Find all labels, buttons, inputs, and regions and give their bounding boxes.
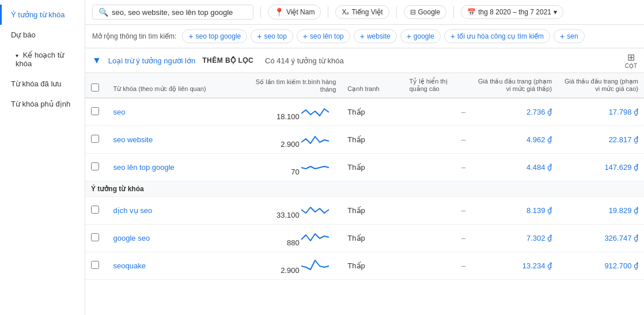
- keyword-link[interactable]: seo lên top google: [113, 163, 175, 172]
- th-bid-high[interactable]: Giá thầu đầu trang (phạm vi mức giá cao): [558, 73, 644, 98]
- keyword-link[interactable]: dịch vụ seo: [113, 206, 153, 215]
- calendar-icon: 📅: [467, 8, 476, 16]
- competition-value: Thấp: [347, 261, 365, 270]
- keyword-table-wrap: Từ khóa (theo mức độ liên quan) Số lần t…: [85, 73, 644, 315]
- searches-cell: 880: [243, 225, 342, 252]
- date-filter[interactable]: 📅 thg 8 2020 – thg 7 2021 ▾: [461, 5, 563, 19]
- network-filter[interactable]: ⊟ Google: [404, 5, 447, 19]
- bid-high-link[interactable]: 147.629 ₫: [604, 163, 638, 172]
- bid-high-cell: 912.700 ₫: [558, 252, 644, 280]
- row-checkbox[interactable]: [91, 233, 99, 241]
- impression-cell: –: [403, 225, 471, 252]
- impression-cell: –: [403, 154, 471, 181]
- exclude-adult-button[interactable]: Loại trừ ý tưởng người lớn: [108, 56, 195, 65]
- search-icon: 🔍: [99, 7, 108, 17]
- filter-tags-label: Mở rộng thông tin tìm kiếm:: [92, 32, 176, 40]
- row-checkbox[interactable]: [91, 261, 99, 269]
- competition-cell: Thấp: [342, 98, 403, 126]
- bid-high-link[interactable]: 19.829 ₫: [609, 206, 638, 215]
- network-label: Google: [418, 8, 441, 16]
- impression-cell: –: [403, 98, 471, 126]
- th-checkbox: [85, 73, 108, 98]
- impression-value: –: [461, 108, 465, 116]
- columns-icon: ⊞: [627, 52, 635, 63]
- plus-icon: +: [303, 32, 308, 41]
- filter-tag-5[interactable]: + tối ưu hóa công cụ tìm kiếm: [444, 29, 550, 43]
- table-row: google seo 880 Thấp – 7.302 ₫ 326.747 ₫: [85, 225, 644, 252]
- keyword-link[interactable]: google seo: [113, 234, 150, 242]
- impression-value: –: [461, 206, 465, 215]
- col-label: CỘT: [625, 63, 637, 69]
- column-control[interactable]: ⊞ CỘT: [625, 52, 637, 69]
- table-header-row: Từ khóa (theo mức độ liên quan) Số lần t…: [85, 73, 644, 98]
- bid-low-cell: 8.139 ₫: [471, 197, 558, 225]
- filter-tag-4[interactable]: + google: [400, 29, 441, 43]
- bid-low-link[interactable]: 7.302 ₫: [526, 234, 552, 242]
- keyword-link[interactable]: seo website: [113, 135, 153, 144]
- competition-value: Thấp: [347, 135, 365, 144]
- filter-tag-2[interactable]: + seo lên top: [297, 29, 350, 43]
- search-bar: 🔍 seo, seo website, seo lên top google 📍…: [85, 0, 644, 25]
- bid-high-cell: 17.798 ₫: [558, 98, 644, 126]
- keyword-link[interactable]: seoquake: [113, 261, 146, 270]
- th-bid-low[interactable]: Giá thầu đầu trang (phạm vi mức giá thấp…: [471, 73, 558, 98]
- competition-value: Thấp: [347, 108, 365, 116]
- add-filter-button[interactable]: THÊM BỘ LỌC: [202, 56, 253, 64]
- bid-low-link[interactable]: 13.234 ₫: [522, 261, 552, 270]
- row-checkbox[interactable]: [91, 162, 99, 170]
- impression-value: –: [461, 163, 465, 172]
- sidebar-item-label: Kế hoạch từ khóa: [16, 51, 64, 68]
- competition-cell: Thấp: [342, 154, 403, 181]
- th-searches[interactable]: Số lần tìm kiếm tr.bình hàng tháng: [243, 73, 342, 98]
- impression-cell: –: [403, 252, 471, 280]
- search-box[interactable]: 🔍 seo, seo website, seo lên top google: [92, 5, 253, 20]
- filter-tag-6[interactable]: + sen: [554, 29, 585, 43]
- filter-tag-1[interactable]: + seo top: [251, 29, 293, 43]
- sidebar-item-du-bao[interactable]: Dự báo: [0, 25, 85, 45]
- th-impression[interactable]: Tỷ lệ hiển thị quảng cáo: [403, 73, 471, 98]
- filter-tag-3[interactable]: + website: [354, 29, 397, 43]
- bid-low-link[interactable]: 8.139 ₫: [526, 206, 552, 215]
- row-checkbox[interactable]: [91, 107, 99, 115]
- impression-value: –: [461, 234, 465, 242]
- main-content: 🔍 seo, seo website, seo lên top google 📍…: [85, 0, 644, 315]
- bid-low-link[interactable]: 2.736 ₫: [526, 108, 552, 116]
- section-label: Ý tưởng từ khóa: [85, 181, 644, 197]
- separator3: [396, 6, 397, 18]
- filter-tags-bar: Mở rộng thông tin tìm kiếm: + seo top go…: [85, 25, 644, 48]
- impression-value: –: [461, 135, 465, 144]
- sidebar-item-tu-khoa-phu-dinh[interactable]: Từ khóa phủ định: [0, 94, 85, 114]
- sidebar-item-tu-khoa-da-luu[interactable]: Từ khóa đã lưu: [0, 74, 85, 94]
- searches-cell: 70: [243, 154, 342, 181]
- bid-low-link[interactable]: 4.484 ₫: [526, 163, 552, 172]
- tag-label: seo top: [264, 32, 286, 40]
- row-checkbox[interactable]: [91, 206, 99, 214]
- search-query: seo, seo website, seo lên top google: [112, 8, 233, 17]
- plus-icon: +: [188, 32, 193, 41]
- location-filter[interactable]: 📍 Việt Nam: [268, 5, 321, 20]
- filter-tag-0[interactable]: + seo top google: [182, 29, 247, 43]
- sidebar-item-ke-hoach-tu-khoa[interactable]: ▾ Kế hoạch từ khóa: [0, 45, 85, 74]
- bid-low-cell: 2.736 ₫: [471, 98, 558, 126]
- searches-cell: 18.100: [243, 98, 342, 126]
- keyword-link[interactable]: seo: [113, 108, 126, 116]
- sidebar-item-label: Từ khóa phủ định: [11, 100, 70, 108]
- language-filter[interactable]: Xₐ Tiếng Việt: [335, 5, 389, 19]
- sidebar: Ý tưởng từ khóa Dự báo ▾ Kế hoạch từ khó…: [0, 0, 85, 315]
- bid-high-link[interactable]: 17.798 ₫: [609, 108, 638, 116]
- select-all-checkbox[interactable]: [91, 84, 99, 92]
- bid-high-link[interactable]: 912.700 ₫: [604, 261, 638, 270]
- bid-high-link[interactable]: 326.747 ₫: [604, 234, 638, 242]
- plus-icon: +: [450, 32, 455, 41]
- competition-cell: Thấp: [342, 225, 403, 252]
- language-icon: Xₐ: [342, 8, 349, 16]
- row-checkbox[interactable]: [91, 135, 99, 143]
- impression-cell: –: [403, 197, 471, 225]
- bid-high-link[interactable]: 22.817 ₫: [609, 135, 638, 144]
- tag-label: tối ưu hóa công cụ tìm kiếm: [457, 32, 544, 40]
- sidebar-item-y-tuong-tu-khoa[interactable]: Ý tưởng từ khóa: [0, 5, 85, 25]
- bid-low-link[interactable]: 4.962 ₫: [526, 135, 552, 144]
- th-keyword[interactable]: Từ khóa (theo mức độ liên quan): [108, 73, 244, 98]
- th-competition[interactable]: Cạnh tranh: [342, 73, 403, 98]
- sidebar-item-label: Từ khóa đã lưu: [11, 79, 62, 88]
